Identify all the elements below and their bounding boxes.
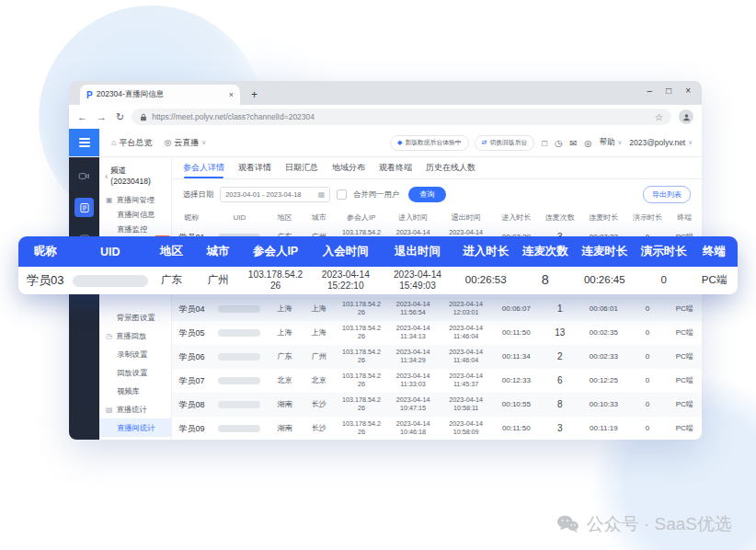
callout-column-header: 退出时间 (382, 244, 453, 259)
window-controls: – □ × (647, 86, 691, 96)
back-icon[interactable]: ← (77, 111, 87, 123)
callout-header-row: 昵称UID地区城市参会人IP入会时间退出时间进入时长连麦次数连麦时长演示时长终端 (18, 236, 738, 267)
browser-profile-avatar[interactable] (679, 109, 693, 124)
table-row: 学员04上海上海103.178.54.2262023-04-1411:56:54… (172, 297, 702, 321)
monitor-icon: ▣ (106, 196, 113, 204)
ip-cell: 103.178.54.226 (337, 325, 387, 340)
sidebar-group[interactable]: ▣直播间管理 (99, 192, 171, 207)
ip-cell: 103.178.54.226 (337, 396, 387, 412)
platform-overview-link[interactable]: ⌂ 平台总览 (111, 137, 152, 149)
browser-tab[interactable]: P 202304-直播间信息 × (80, 85, 240, 105)
date-filter-label: 选择日期 (183, 189, 213, 200)
refresh-icon[interactable]: ↻ (116, 111, 124, 123)
uid-blur-pill (218, 353, 260, 361)
sidebar-item[interactable]: 直播间信息 (99, 207, 171, 222)
channel-sidebar: ‹ 频道(20230418) ▣直播间管理直播间信息直播监控变声美颜NEW背景图… (99, 157, 172, 440)
sidebar-item-label: 直播间信息 (117, 210, 155, 220)
detail-tabs: 参会人详情观看详情日期汇总地域分布观看终端历史在线人数 (172, 157, 702, 179)
sidebar-item[interactable]: 录制设置 (99, 345, 171, 363)
tab-item[interactable]: 地域分布 (332, 157, 365, 178)
back-chevron-icon: ‹ (105, 171, 108, 181)
export-list-button[interactable]: 导出列表 (643, 186, 691, 203)
column-header: 退出时间 (440, 212, 493, 223)
tab-close-icon[interactable]: × (229, 90, 234, 99)
callout-column-header: 演示时长 (636, 244, 691, 259)
terminal-cell: PC端 (667, 304, 701, 314)
minimize-button[interactable]: – (647, 86, 653, 96)
tab-item[interactable]: 观看终端 (379, 157, 412, 178)
duration-cell: 00:11:50 (492, 328, 540, 338)
topbar-badge[interactable]: ◆新版数据后台体验中 (390, 135, 469, 151)
tab-item[interactable]: 参会人详情 (183, 157, 224, 178)
sidebar-item[interactable]: 背景图设置 (99, 308, 171, 327)
watermark-text: 公众号 · SaaS优选 (587, 512, 732, 536)
join-cell: 2023-04-1411:33:03 (386, 372, 440, 388)
statistics-list-icon[interactable] (74, 198, 94, 217)
new-tab-button[interactable]: + (251, 88, 258, 101)
sidebar-item[interactable]: 直播监控 (99, 222, 171, 236)
help-menu[interactable]: 帮助 ∨ (600, 137, 623, 148)
export-list-label: 导出列表 (652, 189, 682, 200)
region-cell: 广东 (148, 274, 195, 287)
present-cell: 0 (627, 376, 667, 385)
city-cell: 广州 (302, 352, 336, 361)
sidebar-item[interactable]: 场次统计 (99, 437, 171, 440)
sidebar-item[interactable]: 回放设置 (99, 363, 171, 382)
leave-cell: 2023-04-1411:45:37 (440, 372, 493, 388)
mic_duration-cell: 00:02:35 (579, 328, 627, 338)
sidebar-item[interactable]: 视频库 (99, 382, 171, 400)
account-menu[interactable]: 2023@polyv.net ∨ (629, 138, 693, 147)
name-cell: 学员07 (172, 376, 212, 386)
mail-icon[interactable]: ✉ (569, 138, 577, 148)
window-icon[interactable]: □ (542, 138, 547, 148)
forward-icon[interactable]: → (97, 111, 107, 123)
maximize-button[interactable]: □ (666, 86, 671, 96)
callout-column-header: 参会人IP (241, 244, 309, 259)
switch-icon: ⇄ (482, 139, 487, 146)
sidebar-group[interactable]: ◷直播回放 (99, 327, 171, 345)
close-button[interactable]: × (685, 86, 691, 96)
menu-hamburger-button[interactable] (69, 129, 99, 156)
sidebar-item[interactable]: 直播间统计 (99, 418, 171, 437)
merge-user-label: 合并同一用户 (353, 189, 399, 200)
uid-blur-pill (73, 275, 148, 287)
terminal-cell: PC端 (667, 376, 701, 385)
topbar-badge[interactable]: ⇄切换旧版后台 (475, 135, 535, 151)
name-cell: 学员08 (172, 400, 212, 410)
sparkle-icon: ◆ (397, 139, 402, 146)
channel-header[interactable]: ‹ 频道(20230418) (99, 162, 171, 189)
duration-cell: 00:06:07 (492, 304, 540, 314)
callout-column-header: 终端 (691, 244, 738, 259)
tab-item[interactable]: 历史在线人数 (426, 157, 475, 178)
column-header: 连麦次数 (540, 212, 579, 223)
person-icon (682, 113, 691, 121)
product-switcher[interactable]: ◎ 云直播 ∨ (164, 137, 206, 149)
address-bar[interactable]: https://meet.polyv.net/class?channelId=2… (132, 109, 671, 125)
clock-icon[interactable]: ◷ (555, 138, 562, 148)
name-cell: 学员04 (172, 304, 212, 315)
leave-cell: 2023-04-1410:58:11 (440, 396, 493, 412)
service-icon[interactable]: ◎ (584, 138, 591, 148)
present-cell: 0 (627, 352, 667, 361)
column-header: 进入时间 (386, 212, 440, 223)
date-range-input[interactable]: 2023-04-01 - 2023-04-18 ▦ (220, 187, 330, 202)
name-cell: 学员09 (172, 424, 212, 434)
filter-bar: 选择日期 2023-04-01 - 2023-04-18 ▦ 合并同一用户 查询… (172, 179, 702, 209)
sidebar-group-label: 直播统计 (117, 405, 147, 415)
topbar-badge-label: 切换旧版后台 (489, 138, 527, 147)
bookmark-star-icon[interactable]: ☆ (655, 112, 663, 122)
callout-column-header: 连麦时长 (572, 244, 636, 259)
query-button[interactable]: 查询 (408, 187, 446, 202)
ip-cell: 103.178.54.226 (337, 372, 387, 388)
tab-item[interactable]: 观看详情 (238, 157, 271, 178)
topbar-right: ◆新版数据后台体验中⇄切换旧版后台 □◷✉◎ 帮助 ∨ 2023@polyv.n… (390, 135, 693, 151)
sidebar-group[interactable]: ▤直播统计 (99, 400, 171, 418)
leave-cell: 2023-04-1411:46:04 (440, 325, 493, 340)
callout-column-header: 进入时长 (453, 244, 518, 259)
table-row: 学员06广东广州103.178.54.2262023-04-1411:34:29… (172, 345, 702, 369)
tab-item[interactable]: 日期汇总 (285, 157, 318, 178)
merge-user-checkbox[interactable] (337, 189, 347, 200)
camera-icon[interactable] (74, 166, 94, 186)
mic_count-cell: 13 (540, 327, 579, 338)
leave-cell: 2023-04-1411:46:04 (440, 349, 493, 364)
